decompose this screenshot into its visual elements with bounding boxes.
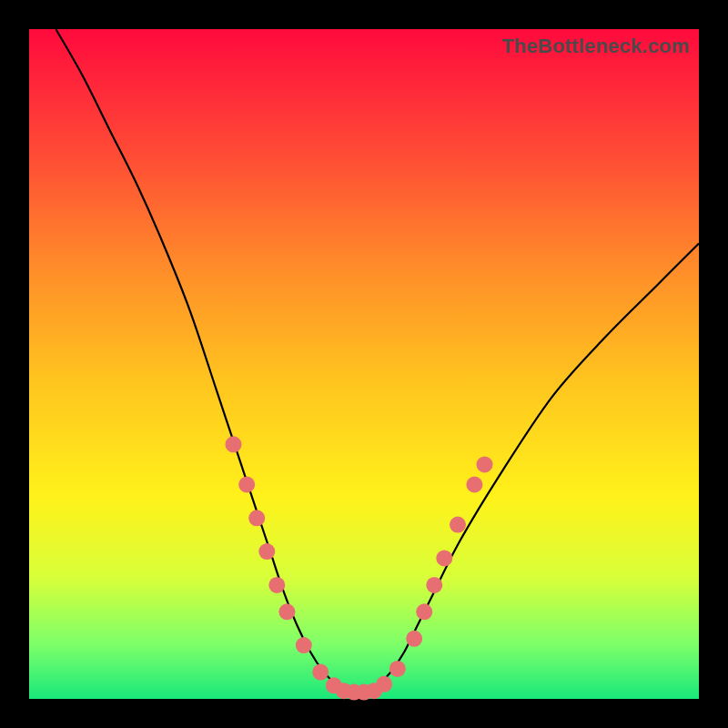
curve-marker — [389, 661, 406, 677]
chart-svg — [29, 29, 699, 699]
curve-marker — [406, 631, 422, 647]
curve-marker — [416, 603, 432, 620]
curve-marker — [278, 603, 295, 620]
curve-marker — [296, 637, 312, 653]
plot-area: TheBottleneck.com — [29, 29, 699, 699]
curve-marker — [450, 517, 466, 533]
curve-marker — [238, 477, 255, 493]
curve-marker — [436, 550, 452, 566]
curve-marker — [258, 543, 275, 560]
markers-group — [226, 436, 493, 700]
curve-marker — [426, 577, 442, 593]
bottleneck-curve — [56, 29, 699, 693]
curve-marker — [466, 477, 482, 493]
curve-marker — [312, 664, 329, 681]
curve-marker — [376, 676, 392, 693]
curve-marker — [226, 436, 242, 452]
curve-marker — [248, 510, 265, 526]
curve-marker — [477, 456, 493, 472]
curve-marker — [268, 577, 285, 593]
chart-frame: TheBottleneck.com — [0, 0, 728, 728]
